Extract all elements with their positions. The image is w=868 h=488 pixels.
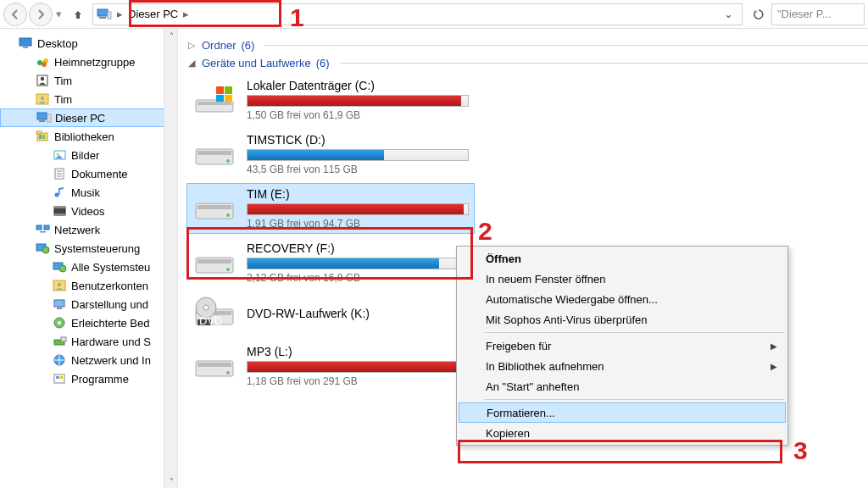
tree-scrollbar[interactable]: ˄ ˅ (164, 29, 177, 488)
navigation-tree: DesktopHeimnetzgruppeTimTimDieser PCBibl… (0, 29, 178, 488)
tree-item[interactable]: Alle Systemsteu (0, 258, 177, 276)
tree-item-label: Videos (71, 205, 105, 218)
group-count: (6) (241, 39, 254, 52)
svg-rect-60 (198, 205, 231, 209)
drive-item[interactable]: MP3 (L:)1,18 GB frei von 291 GB (186, 341, 475, 391)
tree-item[interactable]: Erleichterte Bed (0, 313, 177, 332)
up-button[interactable] (69, 5, 87, 24)
context-menu-item[interactable]: In Bibliothek aufnehmen▶ (459, 356, 786, 376)
drive-name: TIM (E:) (247, 187, 469, 201)
breadcrumb-dropdown[interactable]: ⌄ (719, 8, 738, 20)
drive-item[interactable]: DVDDVD-RW-Laufwerk (K:) (186, 291, 475, 337)
group-count: (6) (316, 57, 330, 69)
tree-item[interactable]: Desktop (0, 34, 177, 53)
tree-item[interactable]: Dieser PC (0, 108, 177, 127)
programs-icon (53, 372, 68, 385)
svg-rect-47 (56, 376, 59, 379)
user-icon (36, 92, 51, 106)
drive-name: TIMSTICK (D:) (247, 133, 469, 147)
tree-item[interactable]: Programme (0, 369, 177, 388)
tree-item[interactable]: Systemsteuerung (0, 239, 177, 258)
drive-item[interactable]: TIMSTICK (D:)43,5 GB frei von 115 GB (186, 129, 475, 180)
scroll-down-icon[interactable]: ˅ (164, 474, 178, 488)
tree-item-label: Musik (71, 186, 100, 199)
svg-rect-2 (108, 12, 111, 19)
network-icon (36, 223, 51, 236)
tree-item-label: Alle Systemsteu (71, 261, 150, 274)
capacity-bar (247, 258, 469, 269)
drive-item[interactable]: Lokaler Datenträger (C:)1,50 GB frei von… (186, 75, 475, 125)
homegroup-icon (36, 55, 51, 69)
context-menu-item[interactable]: Kopieren (459, 423, 786, 443)
tree-item[interactable]: Tim (0, 71, 177, 90)
tree-item[interactable]: Benutzerkonten (0, 276, 177, 295)
drive-name: MP3 (L:) (247, 345, 469, 358)
context-menu-item[interactable]: Freigeben für▶ (459, 336, 786, 356)
svg-rect-50 (198, 102, 231, 105)
context-menu-item[interactable]: In neuem Fenster öffnen (459, 269, 786, 289)
svg-point-36 (59, 265, 66, 272)
svg-rect-32 (40, 231, 46, 233)
context-menu-label: Öffnen (486, 252, 521, 265)
tree-item[interactable]: Dokumente (0, 164, 177, 183)
breadcrumb[interactable]: ▸ Dieser PC ▸ ⌄ (92, 3, 743, 25)
drive-icon (192, 347, 238, 385)
forward-button[interactable] (29, 3, 53, 26)
context-menu-item[interactable]: An "Start" anheften (459, 376, 786, 396)
svg-text:DVD: DVD (199, 314, 222, 327)
context-menu: ÖffnenIn neuem Fenster öffnenAutomatisch… (456, 246, 788, 446)
svg-rect-31 (44, 225, 49, 230)
group-devices[interactable]: ◢ Geräte und Laufwerke (6) (186, 57, 868, 69)
tree-item[interactable]: Netzwerk und In (0, 351, 177, 369)
svg-rect-63 (198, 259, 231, 263)
context-menu-item[interactable]: Öffnen (459, 248, 786, 269)
drive-item[interactable]: RECOVERY (F:)2,12 GB frei von 16,8 GB (186, 237, 475, 288)
tree-item[interactable]: Hardware und S (0, 332, 177, 351)
svg-rect-72 (198, 363, 231, 367)
breadcrumb-segment[interactable]: Dieser PC (125, 8, 181, 20)
svg-rect-16 (36, 131, 42, 134)
docs-icon (53, 167, 68, 180)
svg-point-9 (41, 77, 44, 80)
libs-icon (36, 130, 51, 143)
tree-item[interactable]: Bilder (0, 146, 177, 164)
tree-item[interactable]: Heimnetzgruppe (0, 53, 177, 71)
context-menu-label: In neuem Fenster öffnen (486, 273, 605, 286)
capacity-bar (247, 149, 469, 161)
music-icon (53, 186, 68, 199)
context-menu-label: Formatieren... (487, 407, 555, 419)
group-divider (340, 63, 868, 64)
drive-item[interactable]: TIM (E:)1,91 GB frei von 94,7 GB (186, 183, 475, 234)
tree-item[interactable]: Musik (0, 183, 177, 202)
tree-item[interactable]: Darstellung und (0, 295, 177, 313)
back-button[interactable] (3, 3, 27, 26)
recent-dropdown[interactable]: ▾ (56, 8, 62, 20)
drive-icon (192, 136, 238, 173)
drive-icon (192, 190, 238, 227)
tree-item-label: Tim (54, 93, 72, 106)
ease-icon (53, 316, 68, 330)
svg-rect-3 (19, 38, 31, 46)
scroll-up-icon[interactable]: ˄ (164, 29, 178, 42)
tree-item[interactable]: Bibliotheken (0, 127, 177, 146)
context-menu-item[interactable]: Automatische Wiedergabe öffnen... (459, 289, 786, 309)
svg-rect-0 (97, 9, 108, 16)
svg-point-25 (55, 193, 59, 197)
group-folders[interactable]: ▷ Ordner (6) (186, 39, 868, 52)
refresh-button[interactable] (748, 3, 770, 25)
tree-item[interactable]: Videos (0, 202, 177, 220)
tree-item[interactable]: Tim (0, 90, 177, 108)
svg-point-34 (42, 247, 49, 253)
search-input[interactable]: "Dieser P... (771, 3, 865, 25)
capacity-bar (247, 361, 469, 373)
tree-item-label: Programme (71, 373, 129, 385)
drive-icon (192, 81, 238, 119)
user-bw-icon (36, 74, 51, 87)
context-menu-item[interactable]: Mit Sophos Anti-Virus überprüfen (459, 309, 786, 330)
context-menu-item[interactable]: Formatieren... (459, 402, 786, 423)
tree-item-label: Netzwerk (54, 224, 100, 236)
context-menu-label: Kopieren (486, 427, 530, 440)
chevron-right-icon: ▸ (181, 8, 191, 20)
chevron-down-icon: ◢ (186, 58, 197, 69)
tree-item[interactable]: Netzwerk (0, 220, 177, 239)
